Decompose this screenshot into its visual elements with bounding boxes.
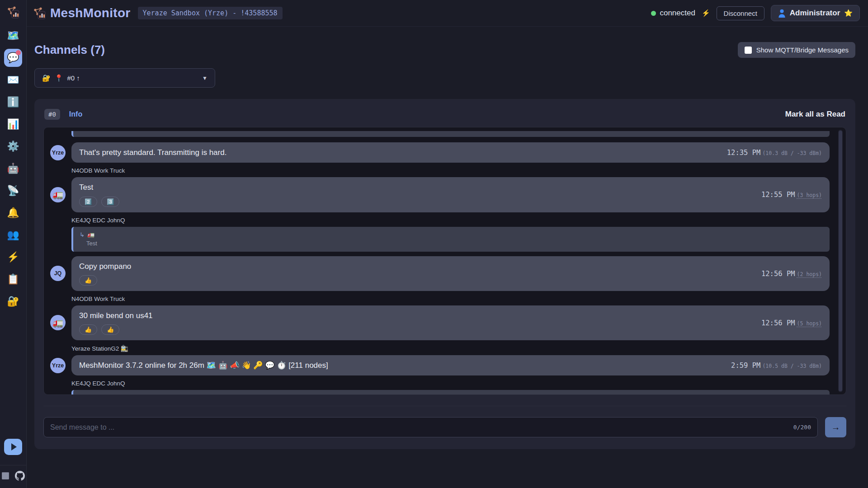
sidebar-item-notifications[interactable]: 🔔 xyxy=(4,204,22,222)
app-window: 🗺️💬✉️ℹ️📊⚙️🤖📡🔔👥⚡📋🔐 xyxy=(0,0,868,488)
message-text: Test xyxy=(79,183,119,192)
play-icon xyxy=(11,443,17,450)
avatar[interactable]: Yrze xyxy=(50,145,66,160)
message-time: 12:56 PM xyxy=(761,270,795,278)
play-button[interactable] xyxy=(4,439,22,455)
info-link[interactable]: Info xyxy=(69,110,82,118)
reactions: 👍👍 xyxy=(79,324,153,335)
quote-header: ↳🚛 xyxy=(80,230,823,239)
message-text: MeshMonitor 3.7.2 online for 2h 26m 🗺️ 🤖… xyxy=(79,361,328,370)
reaction-pill[interactable]: 3️⃣ xyxy=(101,197,119,207)
message-bubble[interactable]: Copy pompano👍12:56 PM(2 hops) xyxy=(71,256,830,291)
sidebar-item-antenna[interactable]: 📡 xyxy=(4,182,22,200)
reaction-pill[interactable]: 👍 xyxy=(101,324,119,335)
sidebar-footer xyxy=(0,465,26,488)
message-bubble[interactable]: Test2️⃣3️⃣12:55 PM(3 hops) xyxy=(71,177,830,212)
star-icon: ⭐ xyxy=(844,9,853,17)
timestamp: 2:59 PM(10.5 dB / -33 dBm) xyxy=(731,361,822,370)
message-text: 30 mile bend on us41 xyxy=(79,311,153,320)
message-meta: (10.3 dB / -33 dBm) xyxy=(762,150,822,156)
send-button[interactable]: → xyxy=(825,417,846,437)
bubble-content: That's pretty standard. Transmitting is … xyxy=(79,148,226,157)
avatar[interactable]: Yrze xyxy=(50,358,66,373)
message-row: ↳🚛Test xyxy=(50,227,830,252)
topbar: MeshMonitor Yeraze Sandbox (Yrze) - !435… xyxy=(27,0,868,27)
message-row: YrzeThat's pretty standard. Transmitting… xyxy=(50,142,830,163)
message-text: Copy pompano xyxy=(79,262,131,271)
sidebar-item-power[interactable]: ⚡ xyxy=(4,248,22,266)
reply-quote-bubble[interactable]: ↳🚛Test xyxy=(71,227,830,252)
reaction-pill[interactable]: 👍 xyxy=(79,275,97,286)
scrollbar-thumb[interactable] xyxy=(839,131,842,391)
message-row: JQCopy pompano👍12:56 PM(2 hops) xyxy=(50,256,830,291)
disconnect-button[interactable]: Disconnect xyxy=(717,6,764,20)
administrator-label: Administrator xyxy=(790,9,840,18)
message-bubble[interactable]: MeshMonitor 3.7.2 online for 2h 26m 🗺️ 🤖… xyxy=(71,355,830,375)
sidebar-item-security[interactable]: 🔐 xyxy=(4,292,22,310)
bolt-icon: ⚡ xyxy=(702,9,710,17)
reply-arrow-icon: ↳ xyxy=(80,394,85,395)
message-meta: (3 hops) xyxy=(797,192,822,198)
message-list[interactable]: YrzeThat's pretty standard. Transmitting… xyxy=(43,127,846,395)
sidebar: 🗺️💬✉️ℹ️📊⚙️🤖📡🔔👥⚡📋🔐 xyxy=(0,0,27,488)
timestamp: 12:56 PM(5 hops) xyxy=(761,319,822,327)
users-icon: 👥 xyxy=(7,229,19,241)
sidebar-item-channels[interactable]: 💬 xyxy=(4,49,22,67)
message-input-box: 0/200 xyxy=(43,417,818,437)
message-time: 12:55 PM xyxy=(761,191,795,199)
sidebar-item-users[interactable]: 👥 xyxy=(4,226,22,244)
reactions: 2️⃣3️⃣ xyxy=(79,197,119,207)
mark-all-read-button[interactable]: Mark all as Read xyxy=(785,110,845,119)
sidebar-item-map[interactable]: 🗺️ xyxy=(4,27,22,45)
quote-sender-icon: 🚛 xyxy=(87,231,94,238)
app-logo-icon xyxy=(33,7,46,19)
administrator-badge[interactable]: Administrator ⭐ xyxy=(771,5,860,21)
composer: 0/200 → xyxy=(43,406,846,437)
message-bubble[interactable]: 30 mile bend on us41👍👍12:56 PM(5 hops) xyxy=(71,305,830,340)
connection-status: connected xyxy=(651,9,695,18)
message-meta: (10.5 dB / -33 dBm) xyxy=(762,363,822,369)
log-icon[interactable] xyxy=(1,472,9,480)
message-bubble[interactable]: That's pretty standard. Transmitting is … xyxy=(71,142,830,163)
sender-label: N4ODB Work Truck xyxy=(71,167,830,174)
avatar[interactable]: JQ xyxy=(50,266,66,281)
avatar[interactable]: 🚛 xyxy=(50,187,66,202)
message-row: YrzeMeshMonitor 3.7.2 online for 2h 26m … xyxy=(50,355,830,375)
show-mqtt-button[interactable]: Show MQTT/Bridge Messages xyxy=(738,42,855,58)
avatar[interactable]: 🚛 xyxy=(50,315,66,330)
sender-label: Yeraze StationG2 🚉 xyxy=(71,345,830,352)
message-time: 12:56 PM xyxy=(761,319,795,327)
channel-panel: #0 Info Mark all as Read YrzeThat's pret… xyxy=(34,99,855,449)
sender-label: N4ODB Work Truck xyxy=(71,296,830,302)
timestamp: 12:56 PM(2 hops) xyxy=(761,269,822,278)
github-icon[interactable] xyxy=(15,471,25,481)
reaction-pill[interactable]: 👍 xyxy=(79,324,97,335)
status-label: connected xyxy=(660,9,695,18)
node-badge: Yeraze Sandbox (Yrze) - !43588558 xyxy=(138,7,283,19)
channel-select-dropdown[interactable]: 🔐 📍 #0 ↑ ▼ xyxy=(34,68,215,88)
reply-quote-bubble[interactable]: ↳Message not available xyxy=(71,390,830,395)
sidebar-item-messages[interactable]: ✉️ xyxy=(4,71,22,89)
sidebar-item-settings[interactable]: ⚙️ xyxy=(4,137,22,155)
meshmonitor-logo-icon xyxy=(7,6,19,20)
mqtt-checkbox[interactable] xyxy=(745,47,752,54)
stats-icon: 📊 xyxy=(7,118,19,130)
reaction-pill[interactable]: 2️⃣ xyxy=(79,197,97,207)
sidebar-item-info[interactable]: ℹ️ xyxy=(4,93,22,111)
message-input[interactable] xyxy=(50,423,789,432)
sidebar-item-automation[interactable]: 🤖 xyxy=(4,160,22,178)
timestamp: 12:55 PM(3 hops) xyxy=(761,190,822,199)
reply-arrow-icon: ↳ xyxy=(80,231,85,238)
sidebar-item-stats[interactable]: 📊 xyxy=(4,115,22,133)
quote-text: Message not available xyxy=(87,394,146,395)
message-meta: (2 hops) xyxy=(797,271,822,277)
scrollbar[interactable] xyxy=(838,130,843,392)
message-row: 🚛Test2️⃣3️⃣12:55 PM(3 hops) xyxy=(50,177,830,212)
notifications-icon: 🔔 xyxy=(7,207,19,219)
app-title: MeshMonitor xyxy=(50,6,131,20)
cutoff-quote-bubble xyxy=(71,131,830,137)
sidebar-item-logs[interactable]: 📋 xyxy=(4,270,22,288)
chevron-down-icon: ▼ xyxy=(202,75,208,81)
message-row: 🚛30 mile bend on us41👍👍12:56 PM(5 hops) xyxy=(50,305,830,340)
sender-label: KE4JQ EDC JohnQ xyxy=(71,380,830,387)
